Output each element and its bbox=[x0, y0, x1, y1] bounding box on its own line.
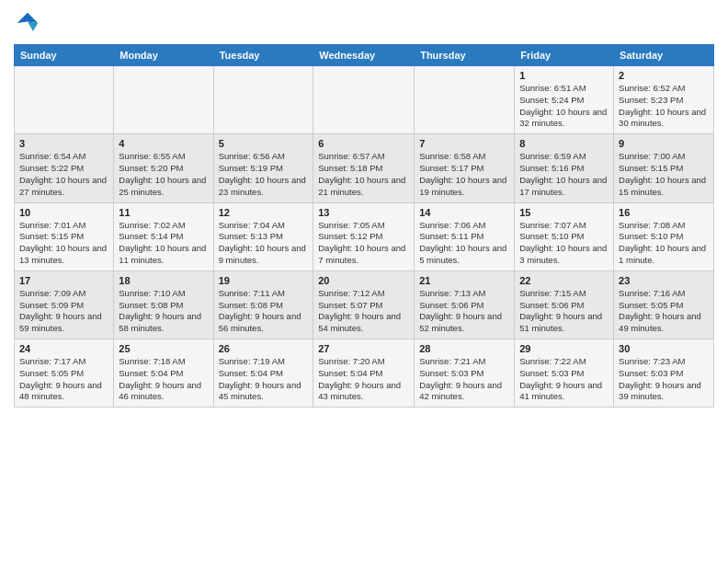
day-number: 21 bbox=[419, 275, 509, 286]
day-info: Sunrise: 7:08 AMSunset: 5:10 PMDaylight:… bbox=[619, 220, 709, 267]
day-number: 12 bbox=[219, 207, 309, 218]
day-number: 9 bbox=[619, 138, 709, 149]
calendar-cell: 3Sunrise: 6:54 AMSunset: 5:22 PMDaylight… bbox=[15, 134, 114, 202]
svg-marker-0 bbox=[17, 13, 39, 23]
calendar-cell: 19Sunrise: 7:11 AMSunset: 5:08 PMDayligh… bbox=[213, 270, 313, 339]
calendar-cell: 28Sunrise: 7:21 AMSunset: 5:03 PMDayligh… bbox=[415, 339, 515, 408]
day-info: Sunrise: 7:01 AMSunset: 5:15 PMDaylight:… bbox=[19, 220, 108, 267]
day-info: Sunrise: 7:13 AMSunset: 5:06 PMDaylight:… bbox=[419, 288, 509, 335]
day-number: 18 bbox=[119, 275, 208, 286]
day-number: 10 bbox=[19, 207, 108, 218]
calendar-cell: 22Sunrise: 7:15 AMSunset: 5:06 PMDayligh… bbox=[515, 270, 614, 339]
day-number: 16 bbox=[619, 207, 709, 218]
calendar-week-row: 10Sunrise: 7:01 AMSunset: 5:15 PMDayligh… bbox=[15, 202, 714, 270]
day-number: 22 bbox=[519, 275, 609, 286]
day-info: Sunrise: 7:15 AMSunset: 5:06 PMDaylight:… bbox=[519, 288, 609, 335]
calendar-cell: 8Sunrise: 6:59 AMSunset: 5:16 PMDaylight… bbox=[515, 134, 614, 202]
day-number: 11 bbox=[119, 207, 208, 218]
day-info: Sunrise: 7:18 AMSunset: 5:04 PMDaylight:… bbox=[119, 356, 208, 403]
weekday-header-friday: Friday bbox=[515, 45, 614, 66]
calendar-cell: 9Sunrise: 7:00 AMSunset: 5:15 PMDaylight… bbox=[614, 134, 714, 202]
calendar-cell: 27Sunrise: 7:20 AMSunset: 5:04 PMDayligh… bbox=[313, 339, 415, 408]
day-info: Sunrise: 7:16 AMSunset: 5:05 PMDaylight:… bbox=[619, 288, 709, 335]
weekday-header-saturday: Saturday bbox=[614, 45, 714, 66]
logo bbox=[14, 9, 45, 37]
day-number: 17 bbox=[19, 275, 108, 286]
day-info: Sunrise: 7:20 AMSunset: 5:04 PMDaylight:… bbox=[318, 356, 409, 403]
day-info: Sunrise: 7:09 AMSunset: 5:09 PMDaylight:… bbox=[19, 288, 108, 335]
calendar-cell: 24Sunrise: 7:17 AMSunset: 5:05 PMDayligh… bbox=[15, 339, 114, 408]
calendar-cell: 12Sunrise: 7:04 AMSunset: 5:13 PMDayligh… bbox=[213, 202, 313, 270]
day-number: 7 bbox=[419, 138, 509, 149]
day-number: 28 bbox=[419, 343, 509, 354]
calendar-week-row: 1Sunrise: 6:51 AMSunset: 5:24 PMDaylight… bbox=[15, 66, 714, 134]
day-info: Sunrise: 7:02 AMSunset: 5:14 PMDaylight:… bbox=[119, 220, 208, 267]
calendar-cell: 6Sunrise: 6:57 AMSunset: 5:18 PMDaylight… bbox=[313, 134, 415, 202]
day-number: 20 bbox=[318, 275, 409, 286]
calendar-cell: 20Sunrise: 7:12 AMSunset: 5:07 PMDayligh… bbox=[313, 270, 415, 339]
calendar-cell: 17Sunrise: 7:09 AMSunset: 5:09 PMDayligh… bbox=[15, 270, 114, 339]
calendar-cell bbox=[415, 66, 515, 134]
calendar-cell bbox=[114, 66, 213, 134]
calendar-cell bbox=[213, 66, 313, 134]
day-number: 25 bbox=[119, 343, 208, 354]
day-info: Sunrise: 7:10 AMSunset: 5:08 PMDaylight:… bbox=[119, 288, 208, 335]
day-number: 29 bbox=[519, 343, 609, 354]
day-number: 23 bbox=[619, 275, 709, 286]
calendar-week-row: 24Sunrise: 7:17 AMSunset: 5:05 PMDayligh… bbox=[15, 339, 714, 408]
page: SundayMondayTuesdayWednesdayThursdayFrid… bbox=[0, 0, 728, 563]
calendar-cell: 30Sunrise: 7:23 AMSunset: 5:03 PMDayligh… bbox=[614, 339, 714, 408]
calendar-cell: 25Sunrise: 7:18 AMSunset: 5:04 PMDayligh… bbox=[114, 339, 213, 408]
day-number: 5 bbox=[219, 138, 309, 149]
weekday-header-thursday: Thursday bbox=[415, 45, 515, 66]
day-info: Sunrise: 7:17 AMSunset: 5:05 PMDaylight:… bbox=[19, 356, 108, 403]
day-number: 15 bbox=[519, 207, 609, 218]
calendar-cell: 1Sunrise: 6:51 AMSunset: 5:24 PMDaylight… bbox=[515, 66, 614, 134]
day-number: 24 bbox=[19, 343, 108, 354]
weekday-header-monday: Monday bbox=[114, 45, 213, 66]
day-info: Sunrise: 7:04 AMSunset: 5:13 PMDaylight:… bbox=[219, 220, 309, 267]
calendar-cell: 29Sunrise: 7:22 AMSunset: 5:03 PMDayligh… bbox=[515, 339, 614, 408]
day-info: Sunrise: 7:07 AMSunset: 5:10 PMDaylight:… bbox=[519, 220, 609, 267]
day-number: 8 bbox=[519, 138, 609, 149]
day-number: 3 bbox=[19, 138, 108, 149]
calendar-cell: 7Sunrise: 6:58 AMSunset: 5:17 PMDaylight… bbox=[415, 134, 515, 202]
day-number: 19 bbox=[219, 275, 309, 286]
day-number: 6 bbox=[318, 138, 409, 149]
day-info: Sunrise: 6:58 AMSunset: 5:17 PMDaylight:… bbox=[419, 151, 509, 198]
day-number: 2 bbox=[619, 70, 709, 81]
day-number: 13 bbox=[318, 207, 409, 218]
day-number: 26 bbox=[219, 343, 309, 354]
calendar-cell: 5Sunrise: 6:56 AMSunset: 5:19 PMDaylight… bbox=[213, 134, 313, 202]
svg-marker-1 bbox=[28, 22, 38, 32]
calendar-cell bbox=[15, 66, 114, 134]
calendar-cell: 16Sunrise: 7:08 AMSunset: 5:10 PMDayligh… bbox=[614, 202, 714, 270]
day-number: 30 bbox=[619, 343, 709, 354]
calendar-cell: 14Sunrise: 7:06 AMSunset: 5:11 PMDayligh… bbox=[415, 202, 515, 270]
day-info: Sunrise: 7:19 AMSunset: 5:04 PMDaylight:… bbox=[219, 356, 309, 403]
day-number: 1 bbox=[519, 70, 609, 81]
calendar-cell: 2Sunrise: 6:52 AMSunset: 5:23 PMDaylight… bbox=[614, 66, 714, 134]
calendar-week-row: 3Sunrise: 6:54 AMSunset: 5:22 PMDaylight… bbox=[15, 134, 714, 202]
day-info: Sunrise: 7:11 AMSunset: 5:08 PMDaylight:… bbox=[219, 288, 309, 335]
day-info: Sunrise: 6:57 AMSunset: 5:18 PMDaylight:… bbox=[318, 151, 409, 198]
weekday-header-sunday: Sunday bbox=[15, 45, 114, 66]
weekday-header-row: SundayMondayTuesdayWednesdayThursdayFrid… bbox=[15, 45, 714, 66]
day-number: 14 bbox=[419, 207, 509, 218]
day-info: Sunrise: 6:55 AMSunset: 5:20 PMDaylight:… bbox=[119, 151, 208, 198]
calendar-cell: 21Sunrise: 7:13 AMSunset: 5:06 PMDayligh… bbox=[415, 270, 515, 339]
logo-icon bbox=[14, 9, 41, 37]
calendar-cell: 26Sunrise: 7:19 AMSunset: 5:04 PMDayligh… bbox=[213, 339, 313, 408]
day-info: Sunrise: 7:00 AMSunset: 5:15 PMDaylight:… bbox=[619, 151, 709, 198]
day-info: Sunrise: 7:22 AMSunset: 5:03 PMDaylight:… bbox=[519, 356, 609, 403]
day-number: 27 bbox=[318, 343, 409, 354]
calendar-cell: 10Sunrise: 7:01 AMSunset: 5:15 PMDayligh… bbox=[15, 202, 114, 270]
calendar-cell: 18Sunrise: 7:10 AMSunset: 5:08 PMDayligh… bbox=[114, 270, 213, 339]
calendar-cell: 4Sunrise: 6:55 AMSunset: 5:20 PMDaylight… bbox=[114, 134, 213, 202]
day-info: Sunrise: 6:56 AMSunset: 5:19 PMDaylight:… bbox=[219, 151, 309, 198]
calendar-table: SundayMondayTuesdayWednesdayThursdayFrid… bbox=[14, 44, 714, 408]
calendar-week-row: 17Sunrise: 7:09 AMSunset: 5:09 PMDayligh… bbox=[15, 270, 714, 339]
day-number: 4 bbox=[119, 138, 208, 149]
calendar-cell: 13Sunrise: 7:05 AMSunset: 5:12 PMDayligh… bbox=[313, 202, 415, 270]
weekday-header-wednesday: Wednesday bbox=[313, 45, 415, 66]
